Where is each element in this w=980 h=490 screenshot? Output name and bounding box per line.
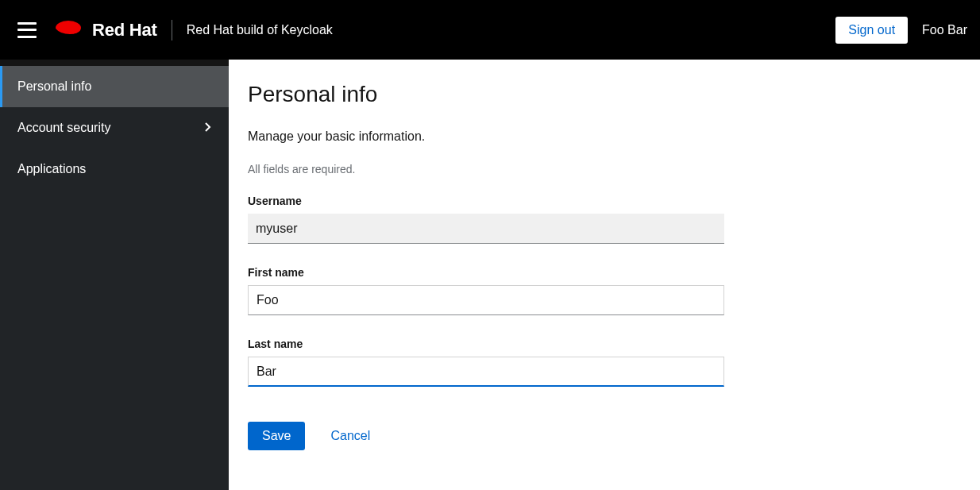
brand-name: Red Hat (92, 20, 157, 41)
sidebar-item-applications[interactable]: Applications (0, 149, 229, 190)
sidebar-item-label: Account security (17, 121, 110, 135)
save-button[interactable]: Save (248, 422, 305, 450)
svg-point-1 (57, 21, 79, 33)
user-display-name: Foo Bar (922, 23, 967, 37)
sidebar-item-personal-info[interactable]: Personal info (0, 66, 229, 107)
app-title: Red Hat build of Keycloak (187, 23, 333, 37)
sidebar-item-label: Applications (17, 162, 86, 176)
page-subtitle: Manage your basic information. (248, 129, 961, 144)
sign-out-button[interactable]: Sign out (835, 17, 908, 44)
form-group-first-name: First name (248, 266, 724, 315)
header-divider (172, 20, 172, 41)
layout: Personal info Account security Applicati… (0, 60, 980, 490)
header-right: Sign out Foo Bar (835, 17, 967, 44)
form-actions: Save Cancel (248, 422, 961, 450)
form-group-username: Username (248, 195, 724, 244)
cancel-button[interactable]: Cancel (318, 422, 383, 450)
sidebar-top-band (0, 60, 229, 66)
menu-toggle-button[interactable] (17, 22, 37, 38)
first-name-label: First name (248, 266, 724, 279)
username-field (248, 214, 724, 244)
first-name-field[interactable] (248, 285, 724, 315)
last-name-label: Last name (248, 338, 724, 350)
header-left: Red Hat Red Hat build of Keycloak (13, 17, 333, 43)
sidebar-item-account-security[interactable]: Account security (0, 107, 229, 149)
brand: Red Hat (51, 17, 157, 43)
redhat-logo-icon (51, 17, 84, 43)
username-label: Username (248, 195, 724, 207)
required-note: All fields are required. (248, 163, 961, 176)
main-content: Personal info Manage your basic informat… (229, 60, 980, 490)
sidebar-item-label: Personal info (17, 79, 91, 94)
sidebar: Personal info Account security Applicati… (0, 60, 229, 490)
chevron-right-icon (205, 122, 211, 134)
page-title: Personal info (248, 82, 961, 107)
last-name-field[interactable] (248, 357, 724, 387)
header: Red Hat Red Hat build of Keycloak Sign o… (0, 0, 980, 60)
form-group-last-name: Last name (248, 338, 724, 387)
